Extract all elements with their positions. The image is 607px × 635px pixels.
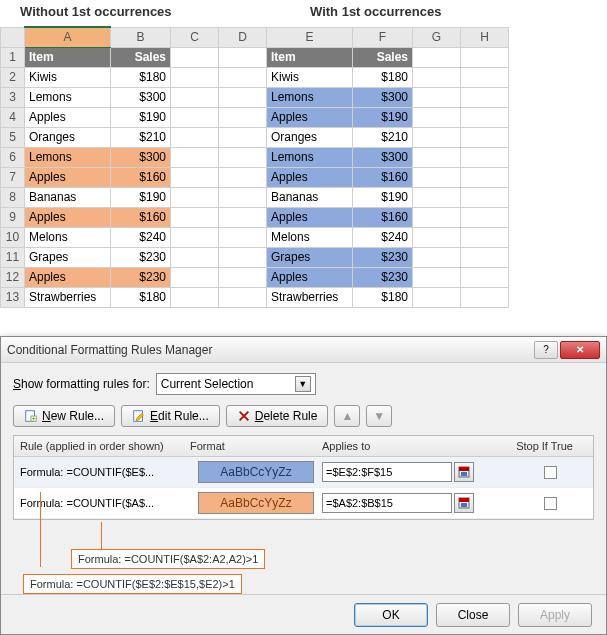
column-header[interactable]: B xyxy=(111,27,171,47)
column-header[interactable]: A xyxy=(25,27,111,47)
cell[interactable]: Grapes xyxy=(267,247,353,267)
cell[interactable] xyxy=(219,167,267,187)
cell[interactable] xyxy=(171,127,219,147)
cell[interactable] xyxy=(219,287,267,307)
cell[interactable] xyxy=(413,287,461,307)
cell[interactable]: $300 xyxy=(111,147,171,167)
row-header[interactable]: 8 xyxy=(1,187,25,207)
cell[interactable] xyxy=(219,127,267,147)
new-rule-button[interactable]: New Rule... xyxy=(13,405,115,427)
cell[interactable]: $230 xyxy=(111,247,171,267)
cell[interactable] xyxy=(171,87,219,107)
cell[interactable]: $160 xyxy=(111,167,171,187)
table-header[interactable]: Sales xyxy=(111,47,171,67)
cell[interactable]: $160 xyxy=(353,167,413,187)
edit-rule-button[interactable]: Edit Rule... xyxy=(121,405,220,427)
apply-button[interactable]: Apply xyxy=(518,603,592,627)
close-button[interactable]: Close xyxy=(436,603,510,627)
cell[interactable] xyxy=(219,187,267,207)
cell[interactable]: Lemons xyxy=(267,87,353,107)
cell[interactable] xyxy=(461,167,509,187)
cell[interactable]: Kiwis xyxy=(267,67,353,87)
cell[interactable]: Apples xyxy=(267,207,353,227)
cell[interactable]: $160 xyxy=(111,207,171,227)
cell[interactable] xyxy=(461,127,509,147)
cell[interactable] xyxy=(171,67,219,87)
cell[interactable]: $210 xyxy=(111,127,171,147)
column-header[interactable]: E xyxy=(267,27,353,47)
cell[interactable]: Melons xyxy=(267,227,353,247)
row-header[interactable]: 2 xyxy=(1,67,25,87)
row-header[interactable]: 4 xyxy=(1,107,25,127)
move-down-button[interactable]: ▼ xyxy=(366,405,392,427)
cell[interactable]: Lemons xyxy=(267,147,353,167)
cell[interactable]: Apples xyxy=(267,167,353,187)
cell[interactable]: Bananas xyxy=(25,187,111,207)
cell[interactable] xyxy=(413,127,461,147)
cell[interactable]: Melons xyxy=(25,227,111,247)
rule-row[interactable]: Formula: =COUNTIF($A$... AaBbCcYyZz =$A$… xyxy=(14,488,593,519)
cell[interactable]: Kiwis xyxy=(25,67,111,87)
range-selector-button[interactable] xyxy=(454,462,474,482)
rule-row[interactable]: Formula: =COUNTIF($E$... AaBbCcYyZz =$E$… xyxy=(14,457,593,488)
stop-if-true-checkbox[interactable] xyxy=(544,466,557,479)
column-header[interactable]: F xyxy=(353,27,413,47)
cell[interactable]: Grapes xyxy=(25,247,111,267)
cell[interactable]: $300 xyxy=(353,87,413,107)
cell[interactable] xyxy=(413,247,461,267)
cell[interactable]: $190 xyxy=(111,107,171,127)
range-selector-button[interactable] xyxy=(454,493,474,513)
cell[interactable]: $230 xyxy=(353,247,413,267)
cell[interactable]: $210 xyxy=(353,127,413,147)
cell[interactable] xyxy=(461,247,509,267)
cell[interactable] xyxy=(413,207,461,227)
column-header[interactable]: H xyxy=(461,27,509,47)
stop-if-true-checkbox[interactable] xyxy=(544,497,557,510)
cell[interactable] xyxy=(171,107,219,127)
help-button[interactable]: ? xyxy=(534,341,558,359)
cell[interactable]: $230 xyxy=(353,267,413,287)
row-header[interactable]: 9 xyxy=(1,207,25,227)
cell[interactable]: Lemons xyxy=(25,87,111,107)
scope-combobox[interactable]: Current Selection ▼ xyxy=(156,373,316,395)
cell[interactable]: $180 xyxy=(111,287,171,307)
cell[interactable]: $190 xyxy=(353,107,413,127)
window-close-button[interactable]: ✕ xyxy=(560,341,600,359)
cell[interactable]: $300 xyxy=(353,147,413,167)
column-header[interactable]: C xyxy=(171,27,219,47)
cell[interactable] xyxy=(461,67,509,87)
cell[interactable] xyxy=(413,47,461,67)
applies-to-input[interactable]: =$A$2:$B$15 xyxy=(322,493,452,513)
move-up-button[interactable]: ▲ xyxy=(334,405,360,427)
cell[interactable] xyxy=(461,207,509,227)
row-header[interactable]: 11 xyxy=(1,247,25,267)
cell[interactable]: $230 xyxy=(111,267,171,287)
cell[interactable]: $240 xyxy=(353,227,413,247)
dialog-titlebar[interactable]: Conditional Formatting Rules Manager ? ✕ xyxy=(1,337,606,363)
cell[interactable] xyxy=(413,187,461,207)
cell[interactable] xyxy=(171,147,219,167)
worksheet-grid[interactable]: ABCDEFGH1 Item Sales Item Sales 2 Kiwis … xyxy=(0,26,509,308)
row-header[interactable]: 6 xyxy=(1,147,25,167)
cell[interactable] xyxy=(219,47,267,67)
table-header[interactable]: Item xyxy=(25,47,111,67)
cell[interactable] xyxy=(219,87,267,107)
cell[interactable] xyxy=(461,147,509,167)
cell[interactable] xyxy=(413,227,461,247)
cell[interactable]: Lemons xyxy=(25,147,111,167)
row-header[interactable]: 3 xyxy=(1,87,25,107)
cell[interactable] xyxy=(413,267,461,287)
cell[interactable] xyxy=(171,207,219,227)
cell[interactable] xyxy=(171,267,219,287)
cell[interactable] xyxy=(219,247,267,267)
cell[interactable]: Oranges xyxy=(25,127,111,147)
ok-button[interactable]: OK xyxy=(354,603,428,627)
cell[interactable] xyxy=(219,67,267,87)
cell[interactable] xyxy=(171,47,219,67)
cell[interactable]: $180 xyxy=(353,67,413,87)
cell[interactable] xyxy=(461,267,509,287)
cell[interactable]: Apples xyxy=(25,107,111,127)
cell[interactable] xyxy=(171,287,219,307)
cell[interactable] xyxy=(219,267,267,287)
cell[interactable]: $190 xyxy=(111,187,171,207)
